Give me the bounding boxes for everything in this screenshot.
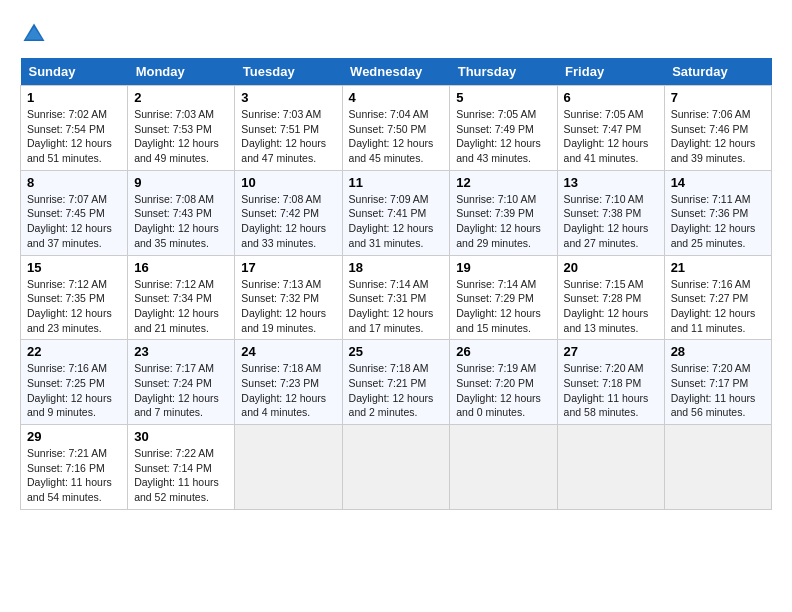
day-number: 10 [241,175,335,190]
day-info: Sunrise: 7:03 AM Sunset: 7:53 PM Dayligh… [134,107,228,166]
calendar-cell: 21Sunrise: 7:16 AM Sunset: 7:27 PM Dayli… [664,255,771,340]
day-number: 16 [134,260,228,275]
day-info: Sunrise: 7:07 AM Sunset: 7:45 PM Dayligh… [27,192,121,251]
day-info: Sunrise: 7:05 AM Sunset: 7:47 PM Dayligh… [564,107,658,166]
day-number: 28 [671,344,765,359]
day-info: Sunrise: 7:20 AM Sunset: 7:18 PM Dayligh… [564,361,658,420]
calendar-cell: 10Sunrise: 7:08 AM Sunset: 7:42 PM Dayli… [235,170,342,255]
logo [20,20,52,48]
calendar-cell: 1Sunrise: 7:02 AM Sunset: 7:54 PM Daylig… [21,86,128,171]
calendar-cell: 13Sunrise: 7:10 AM Sunset: 7:38 PM Dayli… [557,170,664,255]
calendar-cell: 17Sunrise: 7:13 AM Sunset: 7:32 PM Dayli… [235,255,342,340]
calendar-cell: 7Sunrise: 7:06 AM Sunset: 7:46 PM Daylig… [664,86,771,171]
day-number: 7 [671,90,765,105]
day-number: 25 [349,344,444,359]
day-info: Sunrise: 7:15 AM Sunset: 7:28 PM Dayligh… [564,277,658,336]
calendar-cell: 2Sunrise: 7:03 AM Sunset: 7:53 PM Daylig… [128,86,235,171]
calendar-cell: 11Sunrise: 7:09 AM Sunset: 7:41 PM Dayli… [342,170,450,255]
day-info: Sunrise: 7:22 AM Sunset: 7:14 PM Dayligh… [134,446,228,505]
calendar-cell: 20Sunrise: 7:15 AM Sunset: 7:28 PM Dayli… [557,255,664,340]
day-number: 4 [349,90,444,105]
day-number: 21 [671,260,765,275]
calendar-cell: 15Sunrise: 7:12 AM Sunset: 7:35 PM Dayli… [21,255,128,340]
day-info: Sunrise: 7:21 AM Sunset: 7:16 PM Dayligh… [27,446,121,505]
day-info: Sunrise: 7:11 AM Sunset: 7:36 PM Dayligh… [671,192,765,251]
day-number: 3 [241,90,335,105]
logo-icon [20,20,48,48]
calendar-week-5: 29Sunrise: 7:21 AM Sunset: 7:16 PM Dayli… [21,425,772,510]
calendar-cell [235,425,342,510]
day-number: 12 [456,175,550,190]
calendar-cell: 16Sunrise: 7:12 AM Sunset: 7:34 PM Dayli… [128,255,235,340]
header-monday: Monday [128,58,235,86]
day-info: Sunrise: 7:14 AM Sunset: 7:31 PM Dayligh… [349,277,444,336]
day-number: 6 [564,90,658,105]
calendar-cell [342,425,450,510]
day-info: Sunrise: 7:08 AM Sunset: 7:42 PM Dayligh… [241,192,335,251]
calendar-cell: 30Sunrise: 7:22 AM Sunset: 7:14 PM Dayli… [128,425,235,510]
calendar-week-2: 8Sunrise: 7:07 AM Sunset: 7:45 PM Daylig… [21,170,772,255]
day-number: 30 [134,429,228,444]
calendar-cell: 27Sunrise: 7:20 AM Sunset: 7:18 PM Dayli… [557,340,664,425]
day-info: Sunrise: 7:02 AM Sunset: 7:54 PM Dayligh… [27,107,121,166]
day-info: Sunrise: 7:14 AM Sunset: 7:29 PM Dayligh… [456,277,550,336]
calendar-cell: 6Sunrise: 7:05 AM Sunset: 7:47 PM Daylig… [557,86,664,171]
calendar-cell: 26Sunrise: 7:19 AM Sunset: 7:20 PM Dayli… [450,340,557,425]
day-info: Sunrise: 7:05 AM Sunset: 7:49 PM Dayligh… [456,107,550,166]
day-number: 5 [456,90,550,105]
day-number: 26 [456,344,550,359]
day-info: Sunrise: 7:12 AM Sunset: 7:35 PM Dayligh… [27,277,121,336]
day-number: 13 [564,175,658,190]
calendar-cell: 19Sunrise: 7:14 AM Sunset: 7:29 PM Dayli… [450,255,557,340]
day-number: 14 [671,175,765,190]
day-number: 18 [349,260,444,275]
day-number: 20 [564,260,658,275]
calendar-cell [450,425,557,510]
calendar-cell [557,425,664,510]
day-number: 22 [27,344,121,359]
day-number: 24 [241,344,335,359]
day-number: 27 [564,344,658,359]
day-info: Sunrise: 7:04 AM Sunset: 7:50 PM Dayligh… [349,107,444,166]
header-thursday: Thursday [450,58,557,86]
day-number: 15 [27,260,121,275]
calendar-cell: 12Sunrise: 7:10 AM Sunset: 7:39 PM Dayli… [450,170,557,255]
calendar-week-3: 15Sunrise: 7:12 AM Sunset: 7:35 PM Dayli… [21,255,772,340]
page-header [20,20,772,48]
day-number: 2 [134,90,228,105]
day-info: Sunrise: 7:18 AM Sunset: 7:23 PM Dayligh… [241,361,335,420]
calendar-cell: 28Sunrise: 7:20 AM Sunset: 7:17 PM Dayli… [664,340,771,425]
calendar-cell: 18Sunrise: 7:14 AM Sunset: 7:31 PM Dayli… [342,255,450,340]
header-wednesday: Wednesday [342,58,450,86]
day-info: Sunrise: 7:17 AM Sunset: 7:24 PM Dayligh… [134,361,228,420]
calendar-cell: 14Sunrise: 7:11 AM Sunset: 7:36 PM Dayli… [664,170,771,255]
calendar-cell: 29Sunrise: 7:21 AM Sunset: 7:16 PM Dayli… [21,425,128,510]
day-info: Sunrise: 7:09 AM Sunset: 7:41 PM Dayligh… [349,192,444,251]
calendar-cell: 22Sunrise: 7:16 AM Sunset: 7:25 PM Dayli… [21,340,128,425]
day-info: Sunrise: 7:18 AM Sunset: 7:21 PM Dayligh… [349,361,444,420]
calendar-week-4: 22Sunrise: 7:16 AM Sunset: 7:25 PM Dayli… [21,340,772,425]
calendar-body: 1Sunrise: 7:02 AM Sunset: 7:54 PM Daylig… [21,86,772,510]
day-info: Sunrise: 7:10 AM Sunset: 7:39 PM Dayligh… [456,192,550,251]
calendar-cell: 23Sunrise: 7:17 AM Sunset: 7:24 PM Dayli… [128,340,235,425]
day-number: 1 [27,90,121,105]
calendar-cell [664,425,771,510]
day-number: 11 [349,175,444,190]
day-info: Sunrise: 7:06 AM Sunset: 7:46 PM Dayligh… [671,107,765,166]
day-info: Sunrise: 7:12 AM Sunset: 7:34 PM Dayligh… [134,277,228,336]
day-number: 29 [27,429,121,444]
day-info: Sunrise: 7:19 AM Sunset: 7:20 PM Dayligh… [456,361,550,420]
calendar-table: SundayMondayTuesdayWednesdayThursdayFrid… [20,58,772,510]
day-number: 17 [241,260,335,275]
header-friday: Friday [557,58,664,86]
day-number: 19 [456,260,550,275]
day-info: Sunrise: 7:16 AM Sunset: 7:25 PM Dayligh… [27,361,121,420]
day-info: Sunrise: 7:16 AM Sunset: 7:27 PM Dayligh… [671,277,765,336]
day-info: Sunrise: 7:13 AM Sunset: 7:32 PM Dayligh… [241,277,335,336]
day-info: Sunrise: 7:10 AM Sunset: 7:38 PM Dayligh… [564,192,658,251]
day-number: 8 [27,175,121,190]
header-sunday: Sunday [21,58,128,86]
header-row: SundayMondayTuesdayWednesdayThursdayFrid… [21,58,772,86]
calendar-header: SundayMondayTuesdayWednesdayThursdayFrid… [21,58,772,86]
day-number: 23 [134,344,228,359]
